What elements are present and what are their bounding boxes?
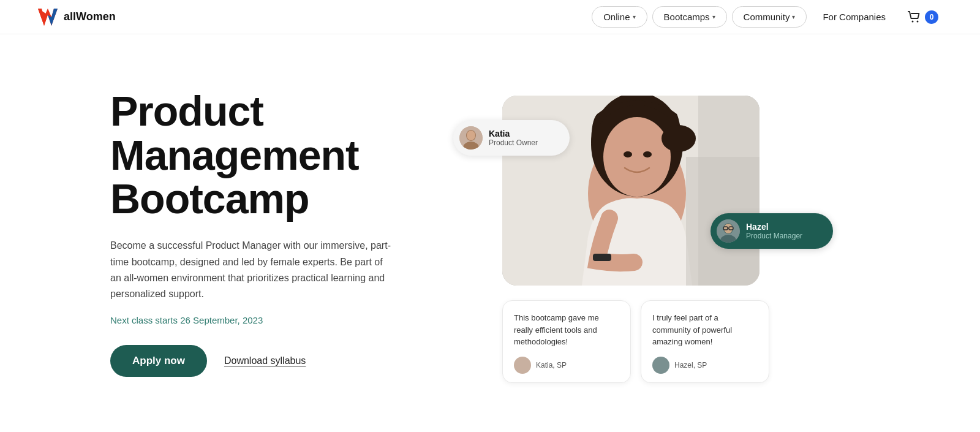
nav-bootcamps[interactable]: Bootcamps ▾ <box>652 6 727 28</box>
hero-description: Become a successful Product Manager with… <box>110 238 392 303</box>
nav-links: Online ▾ Bootcamps ▾ Community ▾ For Com… <box>592 6 943 28</box>
testimonial-name-1: Katia, SP <box>536 361 567 369</box>
nav-community[interactable]: Community ▾ <box>732 6 807 28</box>
chevron-down-icon: ▾ <box>792 13 795 20</box>
hero-image-container: Katia Product Owner <box>502 96 760 286</box>
nav-for-companies[interactable]: For Companies <box>812 7 897 27</box>
svg-point-13 <box>643 151 652 157</box>
svg-point-5 <box>917 20 919 22</box>
avatar-katia <box>459 126 483 150</box>
logo-text: allWomen <box>64 10 116 23</box>
logo-icon <box>37 6 59 28</box>
katia-role: Product Owner <box>489 138 538 147</box>
hero-left: Product Management Bootcamp Become a suc… <box>110 89 417 377</box>
avatar-hazel-icon <box>717 219 740 243</box>
apply-now-button[interactable]: Apply now <box>110 345 207 377</box>
cart-badge: 0 <box>925 10 938 24</box>
testimonial-text-1: This bootcamp gave me really efficient t… <box>514 312 619 348</box>
avatar-katia-icon <box>459 126 483 150</box>
avatar-hazel <box>717 219 740 243</box>
testimonial-author-1: Katia, SP <box>514 357 619 374</box>
svg-marker-1 <box>38 9 48 26</box>
cta-row: Apply now Download syllabus <box>110 345 417 377</box>
testimonial-author-2: Hazel, SP <box>652 357 758 374</box>
svg-point-11 <box>662 125 696 152</box>
svg-point-12 <box>624 151 632 157</box>
chevron-down-icon: ▾ <box>712 13 715 20</box>
hazel-name: Hazel <box>746 222 802 232</box>
badge-hazel: Hazel Product Manager <box>710 213 833 249</box>
svg-point-19 <box>467 131 475 140</box>
testimonial-avatar-2 <box>652 357 669 374</box>
testimonials: This bootcamp gave me really efficient t… <box>502 300 769 383</box>
main-content: Product Management Bootcamp Become a suc… <box>0 34 980 432</box>
hero-right: Katia Product Owner <box>466 83 894 383</box>
svg-point-10 <box>603 117 671 197</box>
download-syllabus-button[interactable]: Download syllabus <box>224 355 306 366</box>
svg-marker-2 <box>48 9 58 26</box>
svg-marker-3 <box>44 9 51 17</box>
hazel-role: Product Manager <box>746 232 802 240</box>
testimonial-text-2: I truly feel part of a community of powe… <box>652 312 758 348</box>
chevron-down-icon: ▾ <box>633 13 636 20</box>
next-class-date: Next class starts 26 September, 2023 <box>110 315 417 325</box>
testimonial-name-2: Hazel, SP <box>674 361 707 369</box>
svg-point-4 <box>912 20 914 22</box>
cart-button[interactable]: 0 <box>902 7 943 28</box>
badge-katia: Katia Product Owner <box>453 120 570 156</box>
hero-title: Product Management Bootcamp <box>110 89 417 221</box>
cart-icon <box>907 9 922 25</box>
testimonial-card-1: This bootcamp gave me really efficient t… <box>502 300 631 383</box>
logo[interactable]: allWomen <box>37 6 116 28</box>
navigation: allWomen Online ▾ Bootcamps ▾ Community … <box>0 0 980 34</box>
katia-name: Katia <box>489 129 538 138</box>
svg-rect-14 <box>593 254 611 261</box>
nav-online[interactable]: Online ▾ <box>592 6 647 28</box>
testimonial-card-2: I truly feel part of a community of powe… <box>641 300 769 383</box>
testimonial-avatar-1 <box>514 357 531 374</box>
